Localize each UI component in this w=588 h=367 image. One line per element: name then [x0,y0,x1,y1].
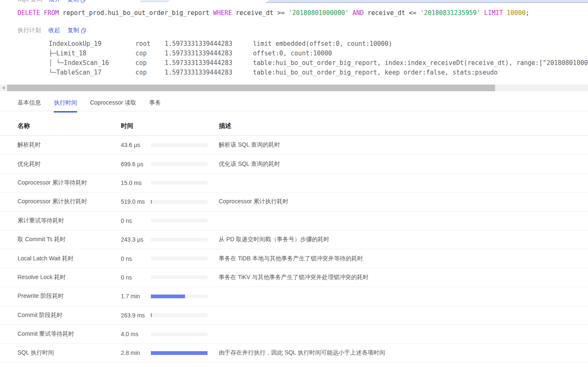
window-artifact-right [265,0,588,3]
metric-bar-fill [151,351,208,355]
metric-desc: 优化该 SQL 查询的耗时 [219,160,588,168]
plan-task: cop [135,58,165,68]
table-row: Coprocessor 累计等待耗时15.0 ms [0,174,588,192]
metric-bar [151,351,208,355]
metric-name: Commit 阶段耗时 [18,312,121,319]
plan-est-rows: 1.5973331339444283 [165,49,253,58]
metric-desc: 从 PD 取递交时间戳（事务号）步骤的耗时 [219,236,588,243]
table-row: 取 Commit Ts 耗时243.3 µs从 PD 取递交时间戳（事务号）步骤… [0,230,588,249]
sql-expand-link[interactable]: 展开 [49,0,60,3]
sql-token: DELETE FROM [18,9,59,17]
table-row: Coprocessor 累计执行耗时519.0 msCoprocessor 累计… [0,192,588,211]
table-row: Commit 重试等待耗时4.0 ms [0,325,588,344]
sql-copy-link[interactable]: 复制 [67,0,85,3]
plan-row: └─TableScan_17cop1.5973331339444283table… [0,68,588,77]
metric-bar [151,332,208,336]
metric-time: 2.8 min [121,350,151,356]
table-row: Commit 阶段耗时263.9 ms [0,306,588,325]
metric-time: 0 ns [121,274,151,281]
plan-task: root [135,39,165,49]
plan-operator: └─TableScan_17 [49,68,135,77]
metric-name: Coprocessor 累计等待耗时 [18,179,121,187]
metric-bar-cell [151,351,219,355]
plan-label: 执行计划 [18,27,41,34]
metric-bar-cell [151,275,219,279]
scrollbar-thumb[interactable] [7,85,495,91]
tab-bar: 基本信息执行时间Coprocessor 读取事务 [18,94,588,111]
table-row: 优化耗时699.6 µs优化该 SQL 查询的耗时 [0,155,588,173]
metric-name: Local Latch Wait 耗时 [18,255,121,262]
plan-operator: │ └─IndexScan_16 [49,58,135,68]
metric-bar [151,313,208,317]
table-row: 解析耗时43.6 µs解析该 SQL 查询的耗时 [0,136,588,155]
tab-execution-time[interactable]: 执行时间 [54,94,77,111]
sql-query-text: DELETE FROM report_prod.hui_bo_out_order… [18,9,588,17]
metric-name: SQL 执行时间 [18,349,121,357]
plan-est-rows: 1.5973331339444283 [165,58,253,68]
sql-token: report_prod.hui_bo_out_order_big_report [59,9,213,17]
metric-name: Commit 重试等待耗时 [18,330,121,338]
metric-bar [151,143,208,147]
table-row: Resolve Lock 耗时0 ns事务在 TiKV 与其他事务产生了锁冲突并… [0,268,588,287]
metric-bar-cell [151,143,219,147]
execution-time-table: 名称 时间 描述 解析耗时43.6 µs解析该 SQL 查询的耗时优化耗时699… [0,111,588,363]
table-row: Local Latch Wait 耗时0 ns事务在 TiDB 本地与其他事务产… [0,249,588,268]
sql-token: '20180831235959' [420,9,480,17]
table-body: 解析耗时43.6 µs解析该 SQL 查询的耗时优化耗时699.6 µs优化该 … [0,136,588,363]
sql-token: AND [353,9,364,17]
metric-name: 优化耗时 [18,160,121,168]
plan-info: table:hui_bo_out_order_big_report, index… [253,58,588,68]
sql-token: ; [525,9,529,17]
tab-transaction[interactable]: 事务 [149,94,161,111]
metric-bar-cell [151,219,219,222]
sql-query-label: SQL 查询 [18,0,42,3]
sql-token: receive_dt >= [232,9,288,17]
horizontal-scrollbar[interactable] [0,85,588,91]
sql-query-header: SQL 查询 展开 复制 [18,0,85,4]
metric-bar-cell [151,162,219,166]
header-name: 名称 [18,122,121,130]
plan-task: cop [135,68,165,77]
plan-est-rows: 1.5973331339444283 [165,39,253,49]
metric-name: 累计重试等待耗时 [18,217,121,225]
metric-time: 43.6 µs [121,142,151,148]
metric-bar-cell [151,313,219,317]
metric-bar-cell [151,200,219,204]
metric-name: Coprocessor 累计执行耗时 [18,198,121,205]
plan-collapse-link[interactable]: 收起 [48,27,60,34]
window-artifact-left [140,0,170,2]
metric-desc: 事务在 TiDB 本地与其他事务产生了锁冲突并等待的耗时 [219,255,588,262]
sql-token: 10000 [507,9,525,17]
metric-bar [151,238,208,242]
scrollbar-left-arrow-icon[interactable] [0,85,7,91]
plan-operator: ├─Limit_18 [49,49,135,58]
metric-desc: Coprocessor 累计执行耗时 [219,198,588,205]
metric-bar-fill [151,200,152,204]
sql-token: WHERE [213,9,232,17]
metric-bar [151,275,208,279]
metric-bar [151,295,208,298]
tab-coprocessor-read[interactable]: Coprocessor 读取 [90,94,136,111]
plan-row: │ └─IndexScan_16cop1.5973331339444283tab… [0,58,588,68]
header-time: 时间 [121,122,151,130]
metric-time: 699.6 µs [121,161,151,167]
header-desc: 描述 [219,122,588,130]
metric-bar [151,200,208,204]
metric-bar-cell [151,257,219,260]
metric-time: 0 ns [121,217,151,224]
plan-row: ├─Limit_18cop1.5973331339444283offset:0,… [0,49,588,58]
metric-bar [151,257,208,260]
sql-token: receive_dt <= [364,9,420,17]
metric-time: 15.0 ms [121,180,151,186]
metric-name: 解析耗时 [18,141,121,149]
plan-row: IndexLookUp_19root1.5973331339444283limi… [0,39,588,49]
plan-est-rows: 1.5973331339444283 [165,68,253,77]
plan-copy-link[interactable]: 复制 [68,27,86,34]
plan-task: cop [135,49,165,58]
plan-info: limit embedded(offset:0, count:10000) [253,39,588,49]
metric-desc: 由于存在并行执行，因此 SQL 执行时间可能远小于上述各项时间 [219,349,588,357]
tab-basic-info[interactable]: 基本信息 [18,94,41,111]
metric-time: 519.0 ms [121,198,151,205]
sql-token: '20180801000000' [288,9,349,17]
metric-time: 1.7 min [121,293,151,300]
